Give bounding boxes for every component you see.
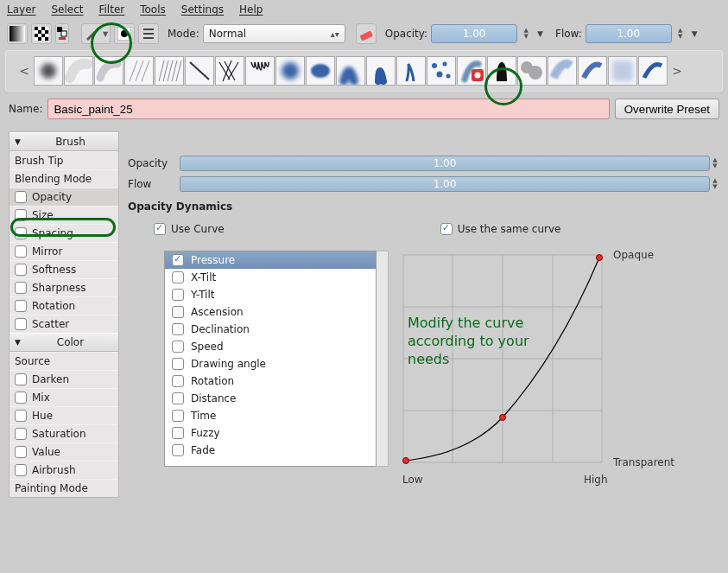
sensor-item-declination[interactable]: Declination: [165, 321, 376, 338]
brush-preset[interactable]: [638, 56, 668, 86]
flow-bar[interactable]: 1.00: [586, 24, 672, 43]
brush-preset[interactable]: [517, 56, 547, 86]
flow-spinner[interactable]: ▲▼: [676, 28, 685, 40]
sidebar-item-brush-tip[interactable]: Brush Tip: [9, 151, 118, 169]
sidebar-item-mirror[interactable]: Mirror: [9, 242, 118, 260]
checkbox-icon[interactable]: [15, 373, 27, 385]
brush-preset[interactable]: [155, 56, 184, 86]
opacity-param-bar[interactable]: 1.00: [180, 156, 710, 171]
brush-preset[interactable]: [578, 56, 607, 86]
preset-next[interactable]: >: [669, 64, 685, 78]
sensor-item-ytilt[interactable]: Y-Tilt: [165, 286, 376, 303]
checkbox-icon[interactable]: [172, 410, 184, 422]
menu-tools[interactable]: Tools: [140, 3, 166, 16]
menu-help[interactable]: Help: [239, 3, 263, 16]
checkbox-icon[interactable]: [172, 444, 184, 456]
checkbox-icon[interactable]: [15, 410, 27, 422]
use-same-curve-checkbox[interactable]: Use the same curve: [440, 223, 561, 235]
checkbox-icon[interactable]: [15, 227, 27, 239]
checkbox-icon[interactable]: [172, 306, 184, 318]
checkbox-icon[interactable]: [172, 323, 184, 335]
sidebar-item-value[interactable]: Value: [9, 442, 118, 461]
sidebar-item-softness[interactable]: Softness: [9, 260, 118, 278]
sensor-item-rotation[interactable]: Rotation: [165, 372, 376, 390]
checkbox-icon[interactable]: [172, 271, 184, 283]
gradient-tool-icon[interactable]: [7, 23, 28, 44]
checkbox-icon[interactable]: [15, 245, 27, 258]
brush-preset[interactable]: [608, 56, 637, 86]
sidebar-item-rotation[interactable]: Rotation: [9, 296, 118, 315]
brush-preset[interactable]: [215, 56, 244, 86]
sidebar-item-opacity[interactable]: Opacity: [9, 188, 118, 206]
menu-filter[interactable]: Filter: [99, 3, 125, 16]
sidebar-item-source[interactable]: Source: [9, 352, 118, 370]
checkbox-icon[interactable]: [172, 427, 184, 439]
use-curve-checkbox[interactable]: Use Curve: [154, 223, 225, 235]
brush-preset[interactable]: [396, 56, 426, 86]
sidebar-item-painting-mode[interactable]: Painting Mode: [9, 479, 118, 497]
brush-preset[interactable]: [245, 56, 275, 86]
checkbox-icon[interactable]: [15, 300, 27, 312]
brush-preset[interactable]: [548, 56, 577, 86]
color-box-icon[interactable]: [114, 23, 135, 44]
checkbox-icon[interactable]: [15, 428, 27, 440]
brush-preset[interactable]: [457, 56, 486, 86]
checkbox-icon[interactable]: [15, 209, 27, 221]
checkbox-icon[interactable]: [15, 446, 27, 458]
checkbox-icon[interactable]: [15, 264, 27, 276]
checkbox-icon[interactable]: [15, 464, 27, 476]
sensor-item-fuzzy[interactable]: Fuzzy: [165, 424, 376, 442]
preset-prev[interactable]: <: [16, 64, 32, 78]
checkbox-icon[interactable]: [15, 282, 27, 294]
brush-preset[interactable]: [185, 56, 214, 86]
brush-preset[interactable]: [64, 56, 93, 86]
sidebar-item-sharpness[interactable]: Sharpness: [9, 278, 118, 296]
menu-settings[interactable]: Settings: [181, 3, 224, 16]
brush-preset[interactable]: [487, 56, 516, 86]
checkbox-icon[interactable]: [172, 289, 184, 301]
sidebar-item-saturation[interactable]: Saturation: [9, 424, 118, 442]
sensor-item-drawing-angle[interactable]: Drawing angle: [165, 355, 376, 372]
sensor-item-pressure[interactable]: Pressure: [165, 251, 376, 269]
curve-editor[interactable]: Opaque Transparent Low High Modify the c…: [399, 251, 693, 469]
chevron-down-icon[interactable]: ▼: [692, 29, 698, 38]
swatch-tool-icon[interactable]: [55, 23, 69, 44]
sensor-item-time[interactable]: Time: [165, 407, 376, 424]
sidebar-item-darken[interactable]: Darken: [9, 370, 118, 388]
list-icon[interactable]: [138, 23, 159, 44]
checkbox-icon[interactable]: [172, 375, 184, 387]
brush-preset[interactable]: [94, 56, 123, 86]
brush-preset[interactable]: [336, 56, 365, 86]
opacity-spinner[interactable]: ▲▼: [522, 28, 530, 40]
flow-param-bar[interactable]: 1.00: [180, 176, 710, 192]
sidebar-item-airbrush[interactable]: Airbrush: [9, 461, 118, 479]
sensor-item-ascension[interactable]: Ascension: [165, 303, 376, 321]
chevron-down-icon[interactable]: ▼: [537, 29, 543, 38]
opacity-param-spinner[interactable]: ▲▼: [711, 157, 719, 169]
sidebar-item-blending-mode[interactable]: Blending Mode: [9, 169, 118, 188]
brush-section-header[interactable]: ▼ Brush: [9, 132, 118, 151]
sensor-item-speed[interactable]: Speed: [165, 338, 376, 355]
brush-tool-button[interactable]: ▼: [81, 23, 111, 44]
brush-preset[interactable]: [34, 56, 63, 86]
color-section-header[interactable]: ▼ Color: [9, 333, 118, 352]
sensor-item-distance[interactable]: Distance: [165, 390, 376, 407]
flow-param-spinner[interactable]: ▲▼: [711, 178, 719, 190]
checkbox-icon[interactable]: [15, 318, 27, 330]
brush-preset[interactable]: [366, 56, 396, 86]
checkbox-icon[interactable]: [172, 254, 184, 266]
sidebar-item-hue[interactable]: Hue: [9, 406, 118, 424]
overwrite-preset-button[interactable]: Overwrite Preset: [615, 99, 719, 119]
checkbox-icon[interactable]: [172, 358, 184, 370]
pattern-tool-icon[interactable]: [31, 23, 52, 44]
brush-preset[interactable]: [124, 56, 154, 86]
sidebar-item-scatter[interactable]: Scatter: [9, 315, 118, 333]
mode-select[interactable]: Normal ▴▾: [203, 24, 345, 43]
sensor-scrollbar[interactable]: [377, 251, 389, 467]
menu-layer[interactable]: Layer: [7, 3, 35, 16]
checkbox-icon[interactable]: [15, 191, 27, 203]
brush-preset[interactable]: [427, 56, 456, 86]
menu-select[interactable]: Select: [51, 3, 83, 16]
sensor-item-xtilt[interactable]: X-Tilt: [165, 269, 376, 286]
checkbox-icon[interactable]: [172, 341, 184, 353]
